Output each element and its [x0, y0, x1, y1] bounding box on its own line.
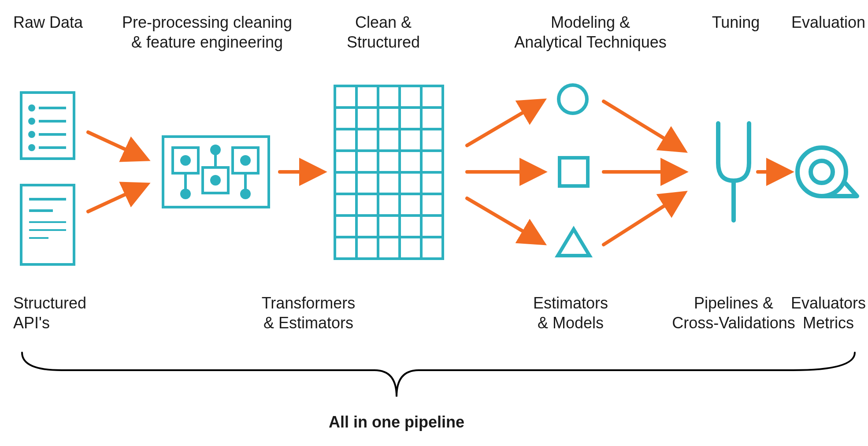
svg-point-27: [240, 189, 251, 199]
svg-point-21: [210, 175, 221, 186]
square-icon: [560, 158, 588, 186]
svg-point-25: [240, 155, 251, 166]
svg-line-46: [467, 101, 542, 145]
data-grid-icon: [335, 86, 443, 259]
svg-point-5: [30, 132, 34, 137]
svg-point-19: [180, 189, 191, 199]
model-shapes-icon: [558, 85, 590, 256]
triangle-icon: [558, 229, 590, 256]
text-document-icon: [21, 185, 74, 264]
pipeline-diagram: Raw Data Pre-processing cleaning & featu…: [0, 0, 868, 446]
svg-line-49: [604, 101, 683, 150]
svg-rect-9: [21, 185, 74, 264]
svg-point-42: [811, 161, 833, 183]
pipeline-svg: [0, 0, 868, 446]
svg-point-41: [798, 148, 846, 196]
svg-line-43: [88, 132, 145, 159]
svg-point-17: [180, 155, 191, 166]
list-document-icon: [21, 93, 74, 159]
svg-line-44: [88, 185, 145, 212]
tuning-fork-icon: [718, 123, 749, 220]
measuring-tape-icon: [798, 148, 857, 196]
svg-line-51: [604, 194, 683, 245]
svg-line-48: [467, 198, 542, 242]
circle-icon: [559, 85, 587, 113]
curly-brace-icon: [22, 353, 855, 397]
svg-point-23: [210, 145, 221, 155]
preprocessing-box-icon: [163, 137, 269, 207]
svg-point-3: [30, 119, 34, 123]
svg-point-7: [30, 145, 34, 150]
svg-point-1: [30, 106, 34, 110]
